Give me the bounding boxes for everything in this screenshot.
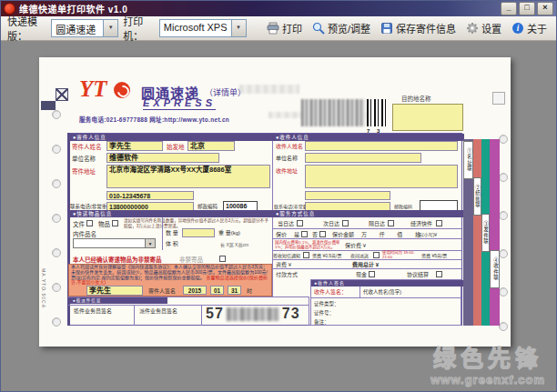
sender-phone1-value: 010-12345678 [106,191,194,200]
pickup-courier-sign-label: 揽件业务员签名 [74,308,112,315]
recipient-company-label: 单位名称 [276,156,298,162]
punch-hole-square [492,92,505,105]
recipient-sign-label: 收件人签名： [314,289,347,296]
svg-text:i: i [517,24,520,33]
dropdown-arrow-icon[interactable]: ▼ [231,20,246,36]
waybill-preview: MA.YTO.50CA YT 圆通速递 （详情单） EXPRESS 服务电话:0… [39,57,511,347]
watermark-title: 绿色先锋 [430,340,545,373]
non-contraband-label: 非禁寄品 [179,256,203,263]
brand-express: EXPRESS [143,98,216,110]
grid-line [273,238,461,239]
grid-line [273,228,461,229]
grid-line [360,286,360,297]
sign-date-year: 2015 [183,286,207,295]
stub-label-sender-copy: ③发件联 [481,214,490,252]
item-checkbox [112,220,118,226]
sender-company-label: 单位名称 [72,156,96,162]
sender-address-label: 寄件地址 [72,168,96,175]
id-number-label: 证件号： [314,310,334,317]
document-checkbox [86,220,93,226]
insure-amount-label: 保价金额 [332,232,354,238]
punch-hole [499,173,508,182]
grid-line [273,259,461,260]
recipient-name-label: 收件人姓名 [276,144,303,150]
agent-sign-label: 代收人姓名(签字) [363,289,401,296]
night-delivery-label: 夜间派送 [350,253,369,259]
fee-label: 资费 ¥ [276,262,291,268]
payment-label: 付款方式 [276,272,298,278]
ghost-print [239,85,299,94]
punch-hole [499,287,508,297]
punch-hole [52,214,61,223]
settings-label: 设置 [481,21,501,35]
maximize-button[interactable]: □ [519,2,535,15]
recipient-postcode-label: 邮政编码 [394,204,412,210]
item-label: 物品 [98,221,110,227]
sender-sign-label: 寄件人签名 [148,288,176,295]
sender-section-header: ●寄件人信息 [70,134,275,141]
night-fee: 资费 ¥5元/票 [421,253,447,259]
cash-label: 现金 [356,272,367,278]
stub-label-billing-copy: ②结账联 [473,177,481,216]
form-code: MA.YTO.50CA [41,268,46,308]
content-dropdown: ▼ [73,238,156,248]
insure-amount-units: 万 仟 佰 拾 [361,232,426,238]
about-label: 关于 [527,21,547,35]
waybill-number: 57 73 [206,307,300,321]
origin-label: 始发地 [167,144,185,150]
grid-line [309,297,309,326]
recipient-section-header: ●收件人信息 [273,134,464,141]
night-delivery-checkbox [373,252,380,258]
barcode-blurred [301,99,365,126]
title-bar[interactable]: 维德快递单打印软件 v1.0 _ □ × [1,1,556,16]
minimize-button[interactable]: _ [501,2,517,15]
insure-fee-label: 保价费 ¥ [345,243,366,249]
save-sender-info-button[interactable]: 保存寄件信息 [378,19,459,37]
recipient-company-box [305,153,421,163]
settings-button[interactable]: 设置 [463,19,504,37]
qty-label: 数 量 [166,230,178,236]
insure-yes-label: 是 [294,232,299,238]
punch-hole [52,145,61,154]
punch-hole [52,248,61,257]
about-button[interactable]: i 关于 [509,19,550,37]
gear-icon [466,22,479,35]
waybill-number-blurred [227,307,279,321]
content-label: 内件品名 [73,231,96,237]
sender-name-value: 李先生 [106,141,163,151]
origin-value: 北京 [187,141,235,151]
note-label: 备注： [314,319,329,326]
preview-adjust-button[interactable]: 预览/调整 [309,19,373,37]
non-contraband-confirm: 本人已经确认寄递物品为非禁寄品 [73,256,162,263]
insure-note: 国内保价费率0.1%，港澳台保价费率1%；声明价值最高不超过3万元。 [275,240,340,250]
close-button[interactable]: × [537,2,553,15]
yto-logo-ball-icon [114,82,130,98]
economy-checkbox [436,220,442,226]
barcode-bars [367,99,387,126]
watermark: 绿色先锋 www.greenxf.com [430,340,545,387]
total-fee-label: 费用总计 ¥ [352,262,379,268]
insure-amount-suffix: 元(小写)¥ [418,232,437,238]
same-day-checkbox [297,220,303,226]
sms-fee: 资费 ¥0.5元/票 [312,253,342,259]
stub-label-recipient-copy: ④收件联 [490,250,500,288]
punch-hole [52,110,61,119]
printer-select[interactable]: Microsoft XPS ▼ [159,19,247,37]
toolbar: 快递模版： 圆通速递 ▼ 打印机： Microsoft XPS ▼ 打印 预览/… [1,16,556,41]
waybill-number-left: 57 [206,307,224,321]
volume-unit: 长 X宽 X高cm [220,242,248,248]
insure-yes-checkbox [301,231,308,237]
dropdown-arrow-icon[interactable]: ▼ [103,20,117,36]
non-contraband-checkbox [219,256,226,262]
insure-no-label: 否 [312,232,318,238]
signer-name-value: 李先生 [86,286,143,296]
punch-hole [499,135,508,144]
grid-line [162,217,163,250]
save-label: 保存寄件信息 [396,21,456,35]
preview-label: 预览/调整 [328,21,370,35]
sender-company-value: 维德软件 [106,153,219,163]
template-select[interactable]: 圆通速递 ▼ [51,19,118,37]
recipient-address-label: 收件地址 [276,168,298,175]
dropdown-arrow-icon: ▼ [145,239,155,247]
print-button[interactable]: 打印 [264,19,305,37]
